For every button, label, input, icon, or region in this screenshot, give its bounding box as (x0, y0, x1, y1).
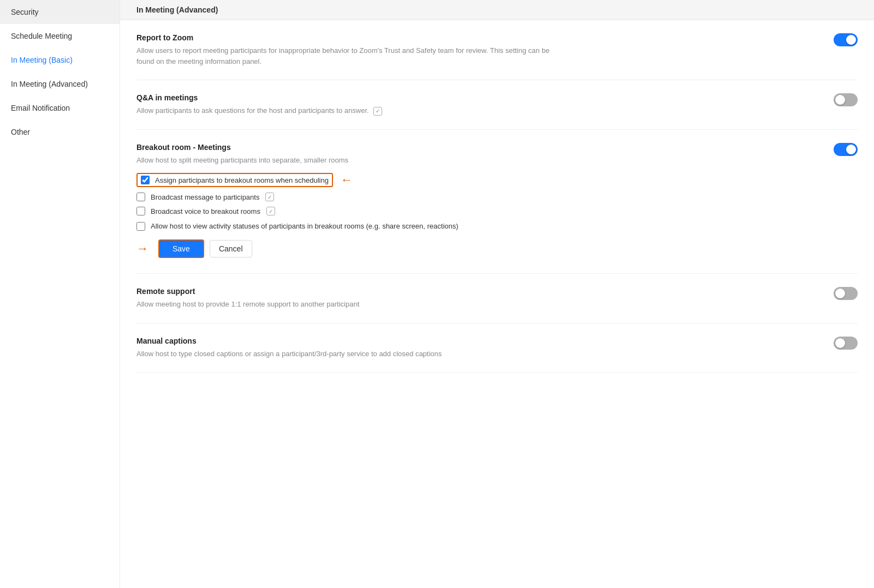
sidebar-item-label: Other (11, 128, 30, 136)
setting-title: Report to Zoom (136, 33, 562, 42)
save-button[interactable]: Save (158, 239, 204, 258)
toggle-manual-captions[interactable] (834, 337, 858, 350)
setting-desc: Allow host to split meeting participants… (136, 155, 562, 166)
checkbox-item-view-activity: Allow host to view activity statuses of … (136, 221, 823, 231)
sidebar-item-in-meeting-advanced[interactable]: In Meeting (Advanced) (0, 72, 120, 96)
setting-title: Remote support (136, 287, 359, 296)
checkbox-item-assign: Assign participants to breakout rooms wh… (136, 173, 823, 187)
checkbox-broadcast-message[interactable] (136, 193, 145, 201)
setting-desc: Allow meeting host to provide 1:1 remote… (136, 299, 359, 310)
sidebar-item-label: Security (11, 8, 39, 16)
checkbox-assign-highlight: Assign participants to breakout rooms wh… (136, 173, 333, 187)
sidebar: Security Schedule Meeting In Meeting (Ba… (0, 0, 120, 588)
info-icon[interactable]: ✓ (265, 193, 274, 201)
sidebar-item-in-meeting-basic[interactable]: In Meeting (Basic) (0, 48, 120, 72)
checkbox-label: Assign participants to breakout rooms wh… (155, 176, 329, 184)
toggle-qa-meetings[interactable] (834, 93, 858, 106)
setting-desc: Allow host to type closed captions or as… (136, 349, 442, 359)
button-row: → Save Cancel (136, 239, 823, 258)
setting-title: Manual captions (136, 337, 442, 345)
toggle-breakout-room[interactable] (834, 143, 858, 156)
arrow-right-icon: ← (341, 173, 353, 187)
setting-remote-support: Remote support Allow meeting host to pro… (136, 274, 858, 323)
checkbox-assign-participants[interactable] (141, 176, 150, 184)
setting-desc: Allow participants to ask questions for … (136, 105, 382, 116)
settings-content: Report to Zoom Allow users to report mee… (120, 20, 874, 373)
checkbox-label: Allow host to view activity statuses of … (151, 222, 459, 230)
sidebar-item-email-notification[interactable]: Email Notification (0, 96, 120, 120)
sidebar-item-label: In Meeting (Basic) (11, 56, 73, 64)
checkbox-item-broadcast-msg: Broadcast message to participants ✓ (136, 193, 823, 201)
checkbox-broadcast-voice[interactable] (136, 207, 145, 215)
section-header: In Meeting (Advanced) (120, 0, 874, 20)
info-icon[interactable]: ✓ (373, 107, 382, 116)
sidebar-item-schedule-meeting[interactable]: Schedule Meeting (0, 24, 120, 48)
sidebar-item-label: Schedule Meeting (11, 32, 72, 40)
sidebar-item-other[interactable]: Other (0, 120, 120, 144)
checkbox-item-broadcast-voice: Broadcast voice to breakout rooms ✓ (136, 207, 823, 215)
info-icon[interactable]: ✓ (266, 207, 275, 215)
main-content: In Meeting (Advanced) Report to Zoom All… (120, 0, 874, 588)
checkbox-label: Broadcast message to participants ✓ (151, 193, 274, 201)
sidebar-item-label: In Meeting (Advanced) (11, 80, 88, 88)
setting-title: Breakout room - Meetings (136, 143, 823, 152)
setting-qa-meetings: Q&A in meetings Allow participants to as… (136, 80, 858, 130)
cancel-button[interactable]: Cancel (210, 240, 252, 257)
setting-desc: Allow users to report meeting participan… (136, 45, 562, 67)
checkbox-view-activity[interactable] (136, 222, 145, 231)
checkbox-group: Assign participants to breakout rooms wh… (136, 173, 823, 231)
sidebar-item-security[interactable]: Security (0, 0, 120, 24)
checkbox-label: Broadcast voice to breakout rooms ✓ (151, 207, 275, 215)
setting-title: Q&A in meetings (136, 93, 382, 102)
setting-manual-captions: Manual captions Allow host to type close… (136, 323, 858, 373)
save-arrow-icon: → (136, 242, 148, 256)
sidebar-item-label: Email Notification (11, 104, 70, 112)
toggle-report-to-zoom[interactable] (834, 33, 858, 46)
setting-report-to-zoom: Report to Zoom Allow users to report mee… (136, 20, 858, 80)
toggle-remote-support[interactable] (834, 287, 858, 300)
section-header-text: In Meeting (Advanced) (136, 5, 218, 14)
setting-breakout-room: Breakout room - Meetings Allow host to s… (136, 130, 858, 274)
